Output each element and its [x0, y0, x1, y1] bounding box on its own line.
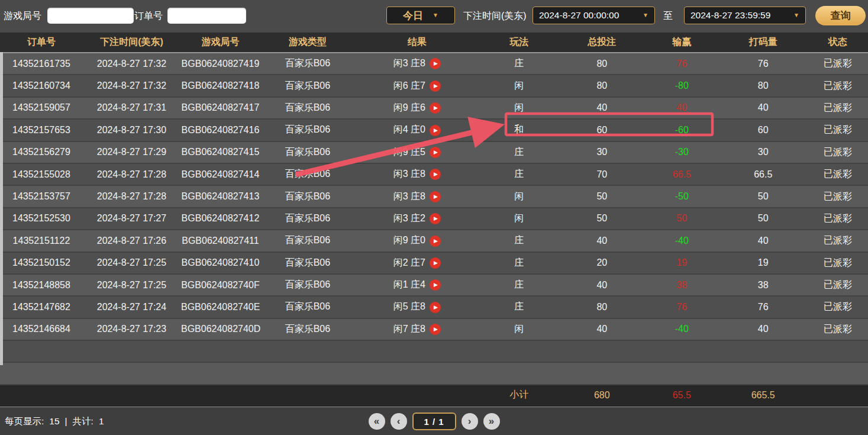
- col-turnover: 打码量: [719, 33, 808, 53]
- table-row: 143521466842024-8-27 17:23BGB0624082740D…: [0, 318, 868, 340]
- col-game-type: 游戏类型: [260, 33, 355, 53]
- cell-play-type: 闲: [479, 75, 559, 96]
- game-round-label: 游戏局号: [4, 0, 41, 32]
- quick-range-dropdown[interactable]: 今日 ▼: [386, 7, 455, 24]
- page-info-separator: |: [65, 416, 67, 427]
- total-count-label: 共计:: [73, 415, 93, 428]
- play-glyph: ▶: [433, 150, 438, 155]
- replay-play-icon[interactable]: ▶: [430, 80, 441, 92]
- next-page-button[interactable]: ›: [462, 413, 478, 430]
- replay-play-icon[interactable]: ▶: [430, 324, 441, 335]
- col-play-type: 玩法: [479, 33, 559, 53]
- cell-total-bet: 40: [559, 230, 645, 252]
- cell-status: 已派彩: [808, 119, 868, 141]
- date-to-dropdown[interactable]: 2024-8-27 23:59:59 ▼: [684, 7, 806, 24]
- cell-game-type: 百家乐B06: [260, 296, 355, 318]
- chevron-down-icon: ▼: [793, 12, 799, 18]
- replay-play-icon[interactable]: ▶: [430, 257, 441, 269]
- table-row: 143521537572024-8-27 17:28BGB06240827413…: [0, 185, 868, 207]
- subtotal-turnover: 665.5: [719, 385, 808, 406]
- play-glyph: ▶: [433, 327, 438, 332]
- query-button[interactable]: 查询: [815, 6, 866, 25]
- result-score: 闲3 庄8: [393, 169, 425, 179]
- replay-play-icon[interactable]: ▶: [430, 191, 441, 202]
- replay-play-icon[interactable]: ▶: [430, 236, 441, 247]
- cell-win-loss: -40: [645, 318, 719, 340]
- cell-win-loss: 50: [645, 208, 719, 230]
- cell-order-no: 14352148858: [0, 274, 83, 296]
- subtotal-bet: 680: [559, 385, 645, 406]
- cell-order-no: 14352146684: [0, 318, 83, 340]
- replay-play-icon[interactable]: ▶: [430, 213, 441, 224]
- cell-round-no: BGB06240827414: [180, 163, 260, 185]
- play-glyph: ▶: [433, 172, 438, 177]
- cell-win-loss: -40: [645, 230, 719, 252]
- cell-turnover: 40: [719, 97, 808, 119]
- date-from-dropdown[interactable]: 2024-8-27 00:00:00 ▼: [533, 7, 655, 24]
- pagination: « ‹ 1 / 1 › »: [369, 408, 500, 435]
- cell-status: 已派彩: [808, 163, 868, 185]
- col-status: 状态: [808, 33, 868, 53]
- page-info: 每页显示: 15 | 共计: 1: [5, 408, 104, 435]
- cell-result: 闲9 庄6▶: [355, 97, 479, 119]
- play-glyph: ▶: [433, 305, 438, 310]
- cell-status: 已派彩: [808, 185, 868, 207]
- cell-bet-time: 2024-8-27 17:24: [83, 296, 180, 318]
- cell-play-type: 闲: [479, 185, 559, 207]
- cell-game-type: 百家乐B06: [260, 274, 355, 296]
- cell-turnover: 30: [719, 141, 808, 163]
- play-glyph: ▶: [433, 260, 438, 266]
- result-score: 闲3 庄8: [393, 191, 425, 201]
- cell-round-no: BGB0624082740F: [180, 274, 260, 296]
- cell-turnover: 60: [719, 119, 808, 141]
- result-score: 闲3 庄2: [393, 213, 425, 223]
- cell-status: 已派彩: [808, 252, 868, 274]
- replay-play-icon[interactable]: ▶: [430, 302, 441, 313]
- table-body: 143521617352024-8-27 17:32BGB06240827419…: [0, 53, 868, 385]
- cell-play-type: 闲: [479, 318, 559, 340]
- date-to-value: 2024-8-27 23:59:59: [690, 10, 770, 21]
- replay-play-icon[interactable]: ▶: [430, 147, 441, 158]
- cell-bet-time: 2024-8-27 17:27: [83, 208, 180, 230]
- cell-total-bet: 70: [559, 163, 645, 185]
- cell-order-no: 14352159057: [0, 97, 83, 119]
- table-row: 143521550282024-8-27 17:28BGB06240827414…: [0, 163, 868, 185]
- replay-play-icon[interactable]: ▶: [430, 169, 441, 180]
- cell-win-loss: -50: [645, 185, 719, 207]
- result-score: 闲9 庄5: [393, 147, 425, 157]
- cell-game-type: 百家乐B06: [260, 53, 355, 75]
- first-page-button[interactable]: «: [369, 413, 385, 430]
- cell-play-type: 和: [479, 119, 559, 141]
- table-row: 143521501522024-8-27 17:25BGB06240827410…: [0, 252, 868, 274]
- order-no-input[interactable]: [167, 8, 246, 24]
- prev-page-button[interactable]: ‹: [391, 413, 407, 430]
- cell-round-no: BGB06240827412: [180, 208, 260, 230]
- cell-bet-time: 2024-8-27 17:26: [83, 230, 180, 252]
- replay-play-icon[interactable]: ▶: [430, 58, 441, 69]
- date-from-value: 2024-8-27 00:00:00: [539, 10, 619, 21]
- chevron-down-icon: ▼: [433, 12, 438, 18]
- cell-total-bet: 40: [559, 97, 645, 119]
- cell-status: 已派彩: [808, 97, 868, 119]
- replay-play-icon[interactable]: ▶: [430, 102, 441, 114]
- replay-play-icon[interactable]: ▶: [430, 279, 441, 291]
- game-round-input[interactable]: [47, 8, 134, 24]
- cell-play-type: 庄: [479, 230, 559, 252]
- cell-total-bet: 20: [559, 252, 645, 274]
- cell-order-no: 14352156279: [0, 141, 83, 163]
- subtotal-winloss: 65.5: [645, 385, 719, 406]
- cell-round-no: BGB0624082740E: [180, 296, 260, 318]
- cell-round-no: BGB06240827416: [180, 119, 260, 141]
- cell-status: 已派彩: [808, 208, 868, 230]
- table-row: 143521607342024-8-27 17:32BGB06240827418…: [0, 75, 868, 96]
- replay-play-icon[interactable]: ▶: [430, 125, 441, 136]
- col-win-loss: 输赢: [645, 33, 719, 53]
- cell-win-loss: 40: [645, 97, 719, 119]
- cell-round-no: BGB06240827418: [180, 75, 260, 96]
- cell-game-type: 百家乐B06: [260, 252, 355, 274]
- result-score: 闲1 庄4: [393, 279, 425, 289]
- play-glyph: ▶: [433, 128, 438, 133]
- last-page-button[interactable]: »: [483, 413, 500, 430]
- cell-order-no: 14352151122: [0, 230, 83, 252]
- cell-play-type: 庄: [479, 274, 559, 296]
